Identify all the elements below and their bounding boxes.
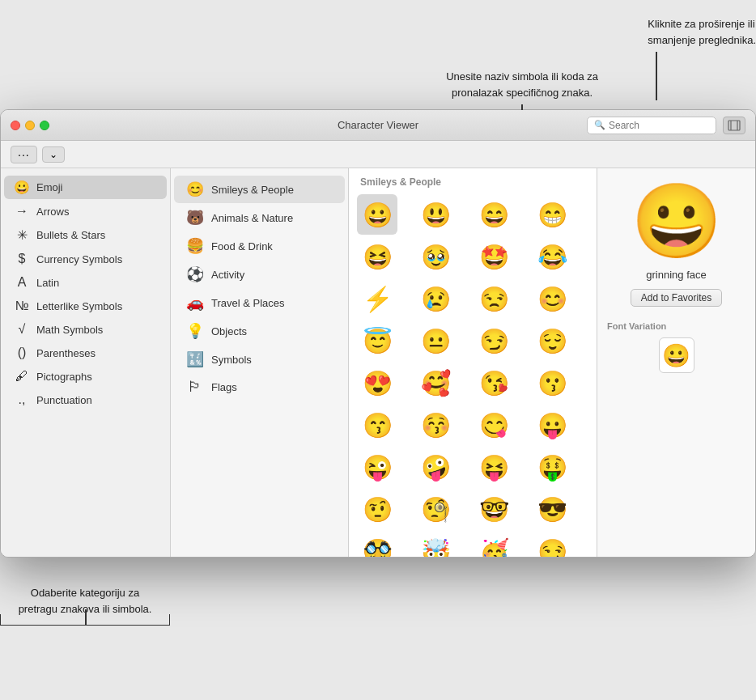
sidebar-icon-currency: $	[14, 252, 30, 266]
sidebar-item-emoji[interactable]: 😀Emoji	[4, 176, 167, 199]
category-item-smileys[interactable]: 😊Smileys & People	[174, 176, 345, 203]
emoji-cell[interactable]: 🤨	[357, 489, 397, 529]
font-variation-grid: 😀	[659, 337, 694, 373]
sidebar-label-currency: Currency Symbols	[36, 253, 122, 265]
titlebar: Character Viewer 🔍	[1, 110, 755, 141]
emoji-cell[interactable]: 😄	[474, 194, 514, 235]
add-to-favorites-button[interactable]: Add to Favorites	[631, 289, 722, 307]
search-icon: 🔍	[594, 120, 605, 130]
category-icon-flags: 🏳	[185, 379, 205, 396]
emoji-cell[interactable]: 🤪	[415, 447, 456, 487]
emoji-cell[interactable]: 😝	[474, 447, 514, 487]
category-label-symbols: Symbols	[211, 354, 252, 366]
emoji-cell[interactable]: 😏	[532, 531, 572, 557]
sidebar-item-latin[interactable]: ALatin	[4, 271, 167, 294]
category-item-food[interactable]: 🍔Food & Drink	[174, 232, 345, 260]
category-icon-symbols: 🔣	[185, 350, 205, 368]
close-button[interactable]	[11, 121, 20, 130]
character-viewer-window: Character Viewer 🔍 ··· ⌄	[0, 109, 756, 558]
sidebar-item-parentheses[interactable]: ()Parentheses	[4, 342, 167, 364]
emoji-cell[interactable]: 😆	[357, 236, 397, 277]
sidebar-item-arrows[interactable]: →Arrows	[4, 200, 167, 223]
annotation-middle-text1: Unesite naziv simbola ili koda za	[446, 70, 598, 83]
emoji-cell[interactable]: 🥹	[415, 236, 456, 277]
category-item-animals[interactable]: 🐻Animals & Nature	[174, 204, 345, 231]
category-label-food: Food & Drink	[211, 240, 273, 252]
category-label-flags: Flags	[211, 381, 237, 393]
category-label-travel: Travel & Places	[211, 297, 285, 309]
left-sidebar: 😀Emoji→Arrows✳Bullets & Stars$Currency S…	[1, 168, 171, 557]
emoji-cell[interactable]: 😇	[357, 320, 397, 361]
category-item-travel[interactable]: 🚗Travel & Places	[174, 289, 345, 316]
titlebar-right: 🔍	[587, 117, 745, 134]
emoji-cell[interactable]: 🥸	[357, 531, 397, 557]
emoji-cell[interactable]: 😗	[532, 363, 572, 403]
category-item-activity[interactable]: ⚽Activity	[174, 261, 345, 288]
emoji-cell[interactable]: ⚡	[357, 278, 397, 319]
sidebar-label-latin: Latin	[36, 277, 59, 289]
category-item-objects[interactable]: 💡Objects	[174, 317, 345, 345]
annotation-middle-text2: pronalazak specifičnog znaka.	[452, 87, 592, 99]
sidebar-item-math[interactable]: √Math Symbols	[4, 318, 167, 341]
annotation-top-right-text2: smanjenje preglednika.	[648, 34, 756, 46]
emoji-cell[interactable]: 😛	[532, 405, 572, 445]
emoji-cell[interactable]: 😘	[474, 363, 514, 403]
emoji-cell[interactable]: 😏	[474, 320, 514, 361]
category-icon-animals: 🐻	[185, 209, 205, 227]
font-variation-title: Font Variation	[607, 321, 666, 331]
search-box[interactable]: 🔍	[587, 117, 716, 134]
category-label-smileys: Smileys & People	[211, 184, 294, 196]
emoji-grid-panel: Smileys & People 😀😃😄😁😆🥹🤩😂⚡😢😒😊😇😐😏😌😍🥰😘😗😙😚😋…	[349, 168, 597, 557]
category-item-flags[interactable]: 🏳Flags	[174, 374, 345, 401]
sidebar-item-pictographs[interactable]: 🖋Pictographs	[4, 365, 167, 388]
search-input[interactable]	[609, 120, 709, 131]
sidebar-item-bullets[interactable]: ✳Bullets & Stars	[4, 223, 167, 247]
emoji-cell[interactable]: 😋	[474, 405, 514, 445]
emoji-cell[interactable]: 😌	[532, 320, 572, 361]
emoji-cell[interactable]: 😚	[415, 405, 456, 445]
emoji-cell[interactable]: 😢	[415, 278, 456, 319]
emoji-cell[interactable]: 😍	[357, 363, 397, 403]
chevron-button[interactable]: ⌄	[42, 146, 65, 163]
detail-emoji-large: 😀	[631, 185, 722, 257]
sidebar-icon-letterlike: №	[14, 299, 30, 313]
emoji-grid: 😀😃😄😁😆🥹🤩😂⚡😢😒😊😇😐😏😌😍🥰😘😗😙😚😋😛😜🤪😝🤑🤨🧐🤓😎🥸🤯🥳😏	[357, 194, 588, 557]
category-icon-food: 🍔	[185, 237, 205, 255]
emoji-cell[interactable]: 🥰	[415, 363, 456, 403]
emoji-cell[interactable]: 😂	[532, 236, 572, 277]
toolbar: ··· ⌄	[1, 141, 755, 168]
category-item-symbols[interactable]: 🔣Symbols	[174, 346, 345, 373]
sidebar-icon-punctuation: .,	[14, 392, 30, 407]
font-variation-cell[interactable]: 😀	[659, 337, 694, 373]
emoji-cell[interactable]: 🧐	[415, 489, 456, 529]
emoji-cell[interactable]: 😒	[474, 278, 514, 319]
sidebar-icon-parentheses: ()	[14, 346, 30, 360]
emoji-cell[interactable]: 😁	[532, 194, 572, 235]
emoji-cell[interactable]: 🤓	[474, 489, 514, 529]
page-wrapper: Kliknite za proširenje ili smanjenje pre…	[0, 16, 756, 617]
emoji-cell[interactable]: 😎	[532, 489, 572, 529]
sidebar-label-punctuation: Punctuation	[36, 394, 92, 406]
sidebar-icon-bullets: ✳	[14, 227, 30, 243]
emoji-cell[interactable]: 😙	[357, 405, 397, 445]
emoji-cell[interactable]: 😊	[532, 278, 572, 319]
minimize-button[interactable]	[25, 121, 35, 130]
sidebar-item-punctuation[interactable]: .,Punctuation	[4, 388, 167, 411]
emoji-cell[interactable]: 😃	[415, 194, 456, 235]
emoji-cell[interactable]: 🥳	[474, 531, 514, 557]
sidebar-label-math: Math Symbols	[36, 324, 103, 336]
sidebar-icon-latin: A	[14, 275, 30, 290]
emoji-cell[interactable]: 🤑	[532, 447, 572, 487]
emoji-cell[interactable]: 😐	[415, 320, 456, 361]
emoji-cell[interactable]: 🤩	[474, 236, 514, 277]
sidebar-label-letterlike: Letterlike Symbols	[36, 300, 122, 312]
emoji-cell[interactable]: 😀	[357, 194, 397, 235]
sidebar-item-letterlike[interactable]: №Letterlike Symbols	[4, 295, 167, 317]
sidebar-item-currency[interactable]: $Currency Symbols	[4, 248, 167, 270]
sidebar-icon-emoji: 😀	[14, 180, 30, 195]
emoji-cell[interactable]: 😜	[357, 447, 397, 487]
emoji-cell[interactable]: 🤯	[415, 531, 456, 557]
maximize-button[interactable]	[40, 121, 49, 130]
more-button[interactable]: ···	[11, 146, 37, 163]
expand-button[interactable]	[723, 117, 745, 134]
